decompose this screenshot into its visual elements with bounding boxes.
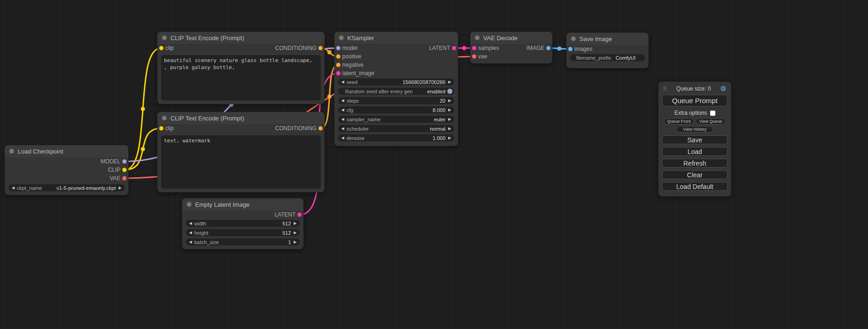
denoise-widget[interactable]: ◀ denoise 1.000 ▶ (338, 134, 454, 141)
vae-input-dot[interactable] (472, 55, 476, 59)
node-header[interactable]: Save Image (566, 33, 649, 45)
batch-size-widget[interactable]: ◀ batch_size 1 ▶ (186, 238, 300, 245)
decrement-arrow-icon[interactable]: ◀ (11, 186, 15, 190)
clip-output-dot[interactable] (122, 168, 127, 172)
model-output-dot[interactable] (122, 160, 127, 164)
node-ksampler[interactable]: KSampler model LATENT positive negative … (334, 32, 458, 146)
increment-arrow-icon[interactable]: ▶ (293, 222, 297, 225)
collapse-dot[interactable] (571, 36, 576, 41)
images-input-dot[interactable] (568, 47, 572, 51)
ckpt-name-widget[interactable]: ◀ ckpt_name v1-5-pruned-emaonly.ckpt ▶ (8, 184, 125, 191)
decrement-arrow-icon[interactable]: ◀ (340, 108, 345, 112)
increment-arrow-icon[interactable]: ▶ (447, 136, 452, 140)
node-header[interactable]: CLIP Text Encode (Prompt) (157, 32, 325, 44)
negative-input-dot[interactable] (336, 63, 340, 67)
widget-value: 156680208700286 (360, 79, 445, 85)
node-save-image[interactable]: Save Image images filename_prefix ComfyU… (566, 33, 649, 68)
load-button[interactable]: Load (662, 147, 727, 156)
decrement-arrow-icon[interactable]: ◀ (340, 80, 345, 84)
positive-input-dot[interactable] (336, 55, 340, 59)
increment-arrow-icon[interactable]: ▶ (447, 80, 452, 84)
slot-label: latent_image (342, 70, 374, 77)
decrement-arrow-icon[interactable]: ◀ (188, 231, 193, 235)
node-header[interactable]: VAE Decode (470, 32, 552, 44)
node-header[interactable]: Empty Latent Image (182, 198, 303, 210)
decrement-arrow-icon[interactable]: ◀ (340, 99, 345, 103)
clear-button[interactable]: Clear (662, 170, 727, 179)
increment-arrow-icon[interactable]: ▶ (447, 127, 452, 131)
decrement-arrow-icon[interactable]: ◀ (188, 222, 193, 225)
increment-arrow-icon[interactable]: ▶ (118, 186, 122, 190)
seed-widget[interactable]: ◀ seed 156680208700286 ▶ (338, 78, 454, 85)
samples-input-dot[interactable] (472, 46, 476, 50)
decrement-arrow-icon[interactable]: ◀ (188, 240, 193, 244)
positive-prompt-textarea[interactable]: beautiful scenery nature glass bottle la… (161, 55, 321, 100)
conditioning-output-dot[interactable] (318, 46, 323, 50)
conditioning-output-dot[interactable] (318, 126, 323, 131)
collapse-dot[interactable] (162, 116, 167, 120)
slot-label: VAE (110, 175, 120, 182)
node-clip-text-encode-positive[interactable]: CLIP Text Encode (Prompt) clip CONDITION… (157, 32, 325, 104)
node-header[interactable]: CLIP Text Encode (Prompt) (157, 112, 325, 124)
slot-label: LATENT (429, 45, 450, 51)
random-seed-toggle-widget[interactable]: Random seed after every gen enabled (338, 88, 454, 95)
queue-controls-row: Queue Front View Queue (664, 118, 726, 125)
increment-arrow-icon[interactable]: ▶ (293, 231, 297, 235)
node-empty-latent-image[interactable]: Empty Latent Image LATENT ◀ width 512 ▶ … (182, 198, 303, 249)
toggle-knob[interactable] (447, 89, 452, 94)
cfg-widget[interactable]: ◀ cfg 8.000 ▶ (338, 106, 454, 113)
decrement-arrow-icon[interactable]: ◀ (340, 136, 345, 140)
sampler-name-widget[interactable]: ◀ sampler_name euler ▶ (338, 116, 454, 123)
node-clip-text-encode-negative[interactable]: CLIP Text Encode (Prompt) clip CONDITION… (157, 112, 325, 192)
output-slot-vae: VAE (5, 174, 128, 182)
filename-prefix-widget[interactable]: filename_prefix ComfyUI (570, 54, 645, 61)
decrement-arrow-icon[interactable]: ◀ (340, 118, 345, 121)
increment-arrow-icon[interactable]: ▶ (447, 118, 452, 121)
slot-row-model-latent: model LATENT (334, 44, 458, 52)
save-button[interactable]: Save (662, 135, 727, 144)
collapse-dot[interactable] (9, 149, 14, 154)
node-header[interactable]: Load Checkpoint (5, 145, 128, 157)
scheduler-widget[interactable]: ◀ scheduler normal ▶ (338, 125, 454, 132)
height-widget[interactable]: ◀ height 512 ▶ (186, 229, 300, 236)
clip-input-dot[interactable] (159, 46, 163, 50)
latent-output-dot[interactable] (452, 46, 456, 50)
collapse-dot[interactable] (187, 202, 191, 207)
view-history-button[interactable]: View History (676, 126, 713, 133)
clip-input-dot[interactable] (159, 126, 163, 131)
link-midpoint-dot (141, 147, 145, 151)
latent-image-input-dot[interactable] (336, 71, 340, 76)
width-widget[interactable]: ◀ width 512 ▶ (186, 220, 300, 227)
menu-header: ⠿ Queue size: 0 ⚙ (662, 84, 727, 93)
node-vae-decode[interactable]: VAE Decode samples IMAGE vae (470, 32, 552, 63)
collapse-dot[interactable] (339, 35, 344, 40)
link-midpoint-dot (327, 95, 332, 99)
load-default-button[interactable]: Load Default (662, 182, 727, 191)
drag-handle-icon[interactable]: ⠿ (663, 86, 667, 92)
queue-menu-panel[interactable]: ⠿ Queue size: 0 ⚙ Queue Prompt Extra opt… (658, 82, 731, 196)
settings-gear-icon[interactable]: ⚙ (720, 84, 727, 93)
view-queue-button[interactable]: View Queue (696, 118, 726, 125)
queue-prompt-button[interactable]: Queue Prompt (662, 95, 727, 106)
collapse-dot[interactable] (162, 35, 167, 40)
decrement-arrow-icon[interactable]: ◀ (340, 127, 345, 131)
steps-widget[interactable]: ◀ steps 20 ▶ (338, 97, 454, 104)
collapse-dot[interactable] (475, 35, 480, 40)
vae-output-dot[interactable] (122, 176, 127, 181)
graph-canvas[interactable]: Load Checkpoint MODEL CLIP VAE ◀ ckpt_na… (0, 0, 868, 329)
increment-arrow-icon[interactable]: ▶ (293, 240, 297, 244)
widget-label: seed (346, 79, 358, 85)
node-header[interactable]: KSampler (334, 32, 458, 44)
latent-output-dot[interactable] (297, 213, 302, 217)
refresh-button[interactable]: Refresh (662, 159, 727, 168)
extra-options-checkbox[interactable] (710, 111, 715, 116)
node-load-checkpoint[interactable]: Load Checkpoint MODEL CLIP VAE ◀ ckpt_na… (5, 145, 128, 195)
image-output-dot[interactable] (546, 46, 550, 50)
model-input-dot[interactable] (336, 46, 340, 50)
negative-prompt-textarea[interactable]: text, watermark (161, 135, 321, 189)
increment-arrow-icon[interactable]: ▶ (447, 99, 452, 103)
queue-front-button[interactable]: Queue Front (664, 118, 694, 125)
increment-arrow-icon[interactable]: ▶ (447, 108, 452, 112)
slot-label: vae (478, 53, 487, 60)
widget-label: Random seed after every gen (345, 89, 413, 94)
